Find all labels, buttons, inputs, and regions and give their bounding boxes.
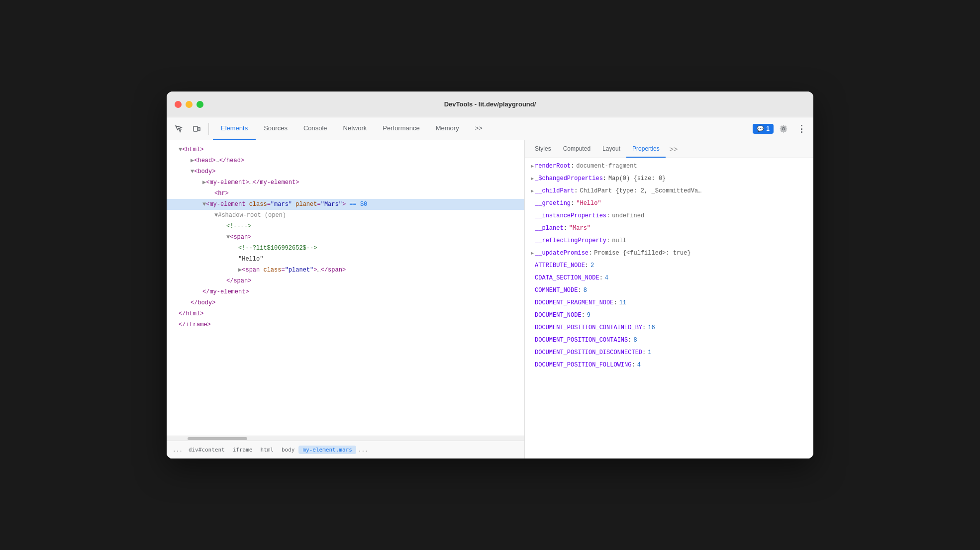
main-tabs: Elements Sources Console Network Perform… xyxy=(213,117,751,140)
sub-tab-layout[interactable]: Layout xyxy=(596,140,626,158)
prop-row-docnode[interactable]: ▶ DOCUMENT_NODE : 9 xyxy=(525,309,813,322)
device-toolbar-button[interactable] xyxy=(189,121,204,137)
devtools-window: DevTools - lit.dev/playground/ Elements … xyxy=(167,92,813,458)
prop-row-docposfollowing[interactable]: ▶ DOCUMENT_POSITION_FOLLOWING : 4 xyxy=(525,359,813,371)
tab-console[interactable]: Console xyxy=(295,117,335,140)
window-title: DevTools - lit.dev/playground/ xyxy=(444,100,536,108)
properties-list: ▶ renderRoot : document-fragment ▶ _$cha… xyxy=(525,158,813,458)
chat-badge[interactable]: 💬 1 xyxy=(753,124,774,134)
expand-icon-3[interactable]: ▶ xyxy=(531,186,534,197)
devtools-body: ▼ <html> ▶ <head>…</head> ▼ <body> ▶ <my… xyxy=(167,140,813,458)
tab-network[interactable]: Network xyxy=(335,117,375,140)
prop-row-docposcontains[interactable]: ▶ DOCUMENT_POSITION_CONTAINS : 8 xyxy=(525,334,813,347)
dom-line-my-element-1[interactable]: ▶ <my-element>…</my-element> xyxy=(167,177,524,188)
close-button[interactable] xyxy=(175,101,182,108)
prop-row-updatepromise[interactable]: ▶ __updatePromise : Promise {<fulfilled>… xyxy=(525,247,813,260)
tab-more-main[interactable]: >> xyxy=(467,117,490,140)
dom-line-my-element-close[interactable]: </my-element> xyxy=(167,286,524,297)
dom-line-span[interactable]: ▼ <span> xyxy=(167,232,524,243)
tab-memory[interactable]: Memory xyxy=(428,117,467,140)
titlebar: DevTools - lit.dev/playground/ xyxy=(167,92,813,117)
breadcrumb-more-right[interactable]: ... xyxy=(356,446,370,454)
properties-panel: Styles Computed Layout Properties >> ▶ xyxy=(525,140,813,458)
minimize-button[interactable] xyxy=(186,101,193,108)
breadcrumb-item-body[interactable]: body xyxy=(278,446,299,454)
dom-line-my-element-selected[interactable]: ▼ <my-element class="mars" planet="Mars"… xyxy=(167,199,524,210)
dom-line-hr[interactable]: <hr> xyxy=(167,188,524,199)
sub-tab-more[interactable]: >> xyxy=(668,145,680,153)
dom-line-iframe-close[interactable]: </iframe> xyxy=(167,319,524,330)
devtools-toolbar: Elements Sources Console Network Perform… xyxy=(167,117,813,140)
prop-row-reflecting[interactable]: ▶ __reflectingProperty : null xyxy=(525,235,813,247)
settings-button[interactable] xyxy=(776,121,791,137)
prop-row-greeting[interactable]: ▶ __greeting : "Hello" xyxy=(525,197,813,210)
tab-sources[interactable]: Sources xyxy=(256,117,295,140)
more-options-icon: ⋮ xyxy=(797,123,806,134)
sub-tabs: Styles Computed Layout Properties >> xyxy=(525,140,813,158)
breadcrumb-item-my-element[interactable]: my-element.mars xyxy=(298,446,356,454)
breadcrumb: ... div#content iframe html body my-elem… xyxy=(167,441,524,458)
more-options-button[interactable]: ⋮ xyxy=(793,121,809,137)
dom-line-shadow-root[interactable]: ▼ #shadow-root (open) xyxy=(167,210,524,221)
prop-row-childpart[interactable]: ▶ __childPart : ChildPart {type: 2, _$co… xyxy=(525,185,813,197)
prop-row-docposdisconn[interactable]: ▶ DOCUMENT_POSITION_DISCONNECTED : 1 xyxy=(525,347,813,359)
svg-rect-1 xyxy=(198,127,200,131)
toolbar-divider xyxy=(208,123,209,135)
tab-elements[interactable]: Elements xyxy=(213,117,256,140)
tab-performance[interactable]: Performance xyxy=(375,117,427,140)
dom-line-body[interactable]: ▼ <body> xyxy=(167,166,524,177)
expand-icon-2[interactable]: ▶ xyxy=(531,174,534,184)
dom-tree[interactable]: ▼ <html> ▶ <head>…</head> ▼ <body> ▶ <my… xyxy=(167,140,524,436)
dom-line-html[interactable]: ▼ <html> xyxy=(167,144,524,155)
breadcrumb-item-div[interactable]: div#content xyxy=(185,446,229,454)
dom-line-span-planet[interactable]: ▶ <span class="planet">…</span> xyxy=(167,265,524,275)
svg-rect-0 xyxy=(194,126,197,131)
sub-tab-computed[interactable]: Computed xyxy=(557,140,596,158)
traffic-lights xyxy=(175,101,203,108)
prop-row-docposcontainedby[interactable]: ▶ DOCUMENT_POSITION_CONTAINED_BY : 16 xyxy=(525,322,813,334)
dom-line-hello[interactable]: "Hello" xyxy=(167,254,524,265)
dom-line-body-close[interactable]: </body> xyxy=(167,297,524,308)
horizontal-scrollbar[interactable] xyxy=(167,436,524,441)
maximize-button[interactable] xyxy=(196,101,203,108)
scroll-thumb[interactable] xyxy=(188,437,247,440)
dom-line-html-close[interactable]: </html> xyxy=(167,308,524,319)
expand-icon[interactable]: ▶ xyxy=(531,161,534,172)
prop-row-commentnode[interactable]: ▶ COMMENT_NODE : 8 xyxy=(525,284,813,297)
prop-row-renderroot[interactable]: ▶ renderRoot : document-fragment xyxy=(525,160,813,173)
dom-line-span-close[interactable]: </span> xyxy=(167,275,524,286)
prop-row-attrnode[interactable]: ▶ ATTRIBUTE_NODE : 2 xyxy=(525,260,813,272)
dom-line-comment-1[interactable]: <!----> xyxy=(167,221,524,232)
breadcrumb-item-iframe[interactable]: iframe xyxy=(229,446,257,454)
inspect-element-button[interactable] xyxy=(171,121,187,137)
breadcrumb-item-html[interactable]: html xyxy=(256,446,278,454)
prop-row-changedprops[interactable]: ▶ _$changedProperties : Map(0) {size: 0} xyxy=(525,173,813,185)
toolbar-right: 💬 1 ⋮ xyxy=(753,121,809,137)
prop-row-planet[interactable]: ▶ __planet : "Mars" xyxy=(525,222,813,235)
expand-icon-8[interactable]: ▶ xyxy=(531,248,534,259)
prop-row-docfragnode[interactable]: ▶ DOCUMENT_FRAGMENT_NODE : 11 xyxy=(525,297,813,309)
dom-panel: ▼ <html> ▶ <head>…</head> ▼ <body> ▶ <my… xyxy=(167,140,525,458)
chat-icon: 💬 xyxy=(757,125,764,132)
prop-row-instanceprops[interactable]: ▶ __instanceProperties : undefined xyxy=(525,210,813,222)
breadcrumb-more[interactable]: ... xyxy=(171,446,185,454)
dom-line-head[interactable]: ▶ <head>…</head> xyxy=(167,155,524,166)
dom-line-comment-2[interactable]: <!--?lit$106992652$--> xyxy=(167,243,524,254)
sub-tab-styles[interactable]: Styles xyxy=(529,140,557,158)
chat-count: 1 xyxy=(766,125,770,132)
sub-tab-properties[interactable]: Properties xyxy=(626,140,666,158)
prop-row-cdatanode[interactable]: ▶ CDATA_SECTION_NODE : 4 xyxy=(525,272,813,284)
